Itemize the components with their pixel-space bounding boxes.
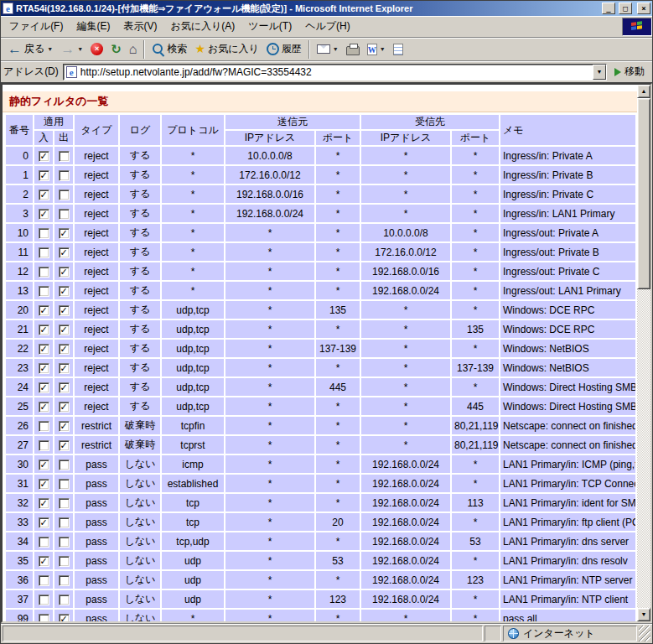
apply-out-checkbox[interactable] <box>59 517 70 528</box>
mail-dropdown-icon[interactable]: ▼ <box>333 46 339 52</box>
scrollbar-track[interactable] <box>637 98 650 608</box>
menu-view[interactable]: 表示(V) <box>117 16 163 37</box>
menu-tools[interactable]: ツール(T) <box>241 16 298 37</box>
menu-help[interactable]: ヘルプ(H) <box>298 16 357 37</box>
vertical-scrollbar[interactable]: ▲ ▼ <box>637 85 650 621</box>
forward-dropdown-icon[interactable]: ▼ <box>77 46 83 52</box>
apply-out-checkbox[interactable] <box>59 151 70 162</box>
resize-grip[interactable] <box>639 626 650 641</box>
apply-out-checkbox[interactable]: ✓ <box>59 325 70 335</box>
apply-in-checkbox[interactable]: ✓ <box>39 460 49 470</box>
maximize-button[interactable]: □ <box>619 3 632 14</box>
back-button[interactable]: ← 戻る ▼ <box>4 39 56 60</box>
stop-button[interactable]: × <box>87 39 106 60</box>
home-button[interactable]: ⌂ <box>126 39 141 60</box>
apply-out-checkbox[interactable] <box>59 575 70 586</box>
apply-in-checkbox[interactable]: ✓ <box>39 151 49 162</box>
apply-in-checkbox[interactable] <box>39 267 49 278</box>
apply-in-checkbox[interactable] <box>39 614 49 621</box>
protocol-cell: udp,tcp <box>162 301 224 319</box>
apply-out-checkbox[interactable] <box>59 190 70 200</box>
apply-in-checkbox[interactable]: ✓ <box>39 209 49 220</box>
apply-out-checkbox[interactable]: ✓ <box>59 305 70 316</box>
apply-out-checkbox[interactable] <box>59 498 70 509</box>
dest-ip-cell: * <box>361 359 450 377</box>
edit-dropdown-icon[interactable]: ▼ <box>380 46 386 52</box>
apply-in-checkbox[interactable]: ✓ <box>39 325 49 335</box>
apply-out-checkbox[interactable]: ✓ <box>59 382 70 393</box>
favorites-button[interactable]: ★ お気に入り <box>191 39 262 60</box>
apply-in-checkbox[interactable]: ✓ <box>39 170 49 181</box>
history-button[interactable]: 履歴 <box>263 39 305 60</box>
source-port-cell: * <box>316 494 360 512</box>
apply-out-checkbox[interactable] <box>59 209 70 220</box>
apply-out-checkbox[interactable]: ✓ <box>59 267 70 278</box>
apply-in-checkbox[interactable]: ✓ <box>39 479 49 490</box>
discuss-button[interactable] <box>390 39 407 60</box>
edit-button[interactable]: W ▼ <box>364 39 389 60</box>
apply-out-checkbox[interactable] <box>59 556 70 567</box>
type-cell: pass <box>75 455 118 473</box>
apply-out-checkbox[interactable] <box>59 537 70 548</box>
apply-in-checkbox[interactable]: ✓ <box>39 498 49 509</box>
apply-in-checkbox[interactable]: ✓ <box>39 402 49 413</box>
apply-out-checkbox[interactable]: ✓ <box>59 228 70 239</box>
apply-out-checkbox[interactable] <box>59 479 70 490</box>
menu-edit[interactable]: 編集(E) <box>70 16 117 37</box>
forward-button[interactable]: → ▼ <box>57 39 86 60</box>
apply-in-checkbox[interactable]: ✓ <box>39 305 49 316</box>
log-cell: する <box>120 282 160 299</box>
apply-out-checkbox[interactable]: ✓ <box>59 440 70 451</box>
back-dropdown-icon[interactable]: ▼ <box>47 46 53 52</box>
apply-out-checkbox[interactable]: ✓ <box>59 247 70 258</box>
scroll-down-button[interactable]: ▼ <box>637 608 650 621</box>
apply-in-checkbox[interactable] <box>39 575 49 586</box>
apply-in-checkbox[interactable]: ✓ <box>39 556 49 567</box>
apply-in-checkbox[interactable] <box>39 228 49 239</box>
source-port-cell: * <box>316 610 360 621</box>
apply-out-checkbox[interactable]: ✓ <box>59 344 70 355</box>
close-button[interactable]: × <box>637 3 650 14</box>
memo-cell: Windows: NetBIOS <box>500 359 635 377</box>
address-input[interactable]: e http://setup.netvolante.jp/add/fw?MAGI… <box>63 64 607 80</box>
source-ip-cell: * <box>225 397 314 415</box>
apply-in-checkbox[interactable] <box>39 421 49 432</box>
apply-out-checkbox[interactable]: ✓ <box>59 286 70 297</box>
apply-in-checkbox[interactable] <box>39 286 49 297</box>
apply-in-checkbox[interactable] <box>39 537 49 548</box>
apply-in-checkbox[interactable]: ✓ <box>39 344 49 355</box>
apply-out-checkbox[interactable] <box>59 170 70 181</box>
print-button[interactable] <box>343 39 363 60</box>
row-number-cell: 24 <box>6 378 33 396</box>
menu-file[interactable]: ファイル(F) <box>3 16 70 37</box>
apply-in-checkbox[interactable]: ✓ <box>39 517 49 528</box>
protocol-cell: * <box>162 185 224 203</box>
scrollbar-thumb[interactable] <box>637 98 650 289</box>
filter-row: 2✓rejectする*192.168.0.0/16***Ingress/in: … <box>6 185 635 203</box>
type-cell: pass <box>75 552 118 569</box>
menu-favorites[interactable]: お気に入り(A) <box>163 16 241 37</box>
address-dropdown-button[interactable]: ▼ <box>593 65 606 80</box>
row-number-cell: 31 <box>6 475 33 492</box>
log-cell: しない <box>120 475 160 492</box>
apply-out-checkbox[interactable]: ✓ <box>59 402 70 413</box>
apply-in-checkbox[interactable] <box>39 595 49 605</box>
apply-out-checkbox[interactable]: ✓ <box>59 421 70 432</box>
apply-out-cell <box>54 205 73 222</box>
apply-in-checkbox[interactable]: ✓ <box>39 382 49 393</box>
apply-out-checkbox[interactable]: ✓ <box>59 363 70 374</box>
apply-out-checkbox[interactable]: ✓ <box>59 614 70 621</box>
mail-button[interactable]: ▼ <box>314 39 342 60</box>
apply-in-checkbox[interactable] <box>39 440 49 451</box>
dest-ip-cell: * <box>361 340 450 357</box>
scroll-up-button[interactable]: ▲ <box>637 85 650 98</box>
apply-out-checkbox[interactable] <box>59 595 70 605</box>
apply-in-checkbox[interactable] <box>39 247 49 258</box>
apply-out-checkbox[interactable] <box>59 460 70 470</box>
apply-in-checkbox[interactable]: ✓ <box>39 190 49 200</box>
go-button[interactable]: 移動 <box>611 63 650 80</box>
search-button[interactable]: 検索 <box>148 39 190 60</box>
apply-in-checkbox[interactable]: ✓ <box>39 363 49 374</box>
minimize-button[interactable]: _ <box>602 3 615 14</box>
refresh-button[interactable]: ↻ <box>107 39 125 60</box>
